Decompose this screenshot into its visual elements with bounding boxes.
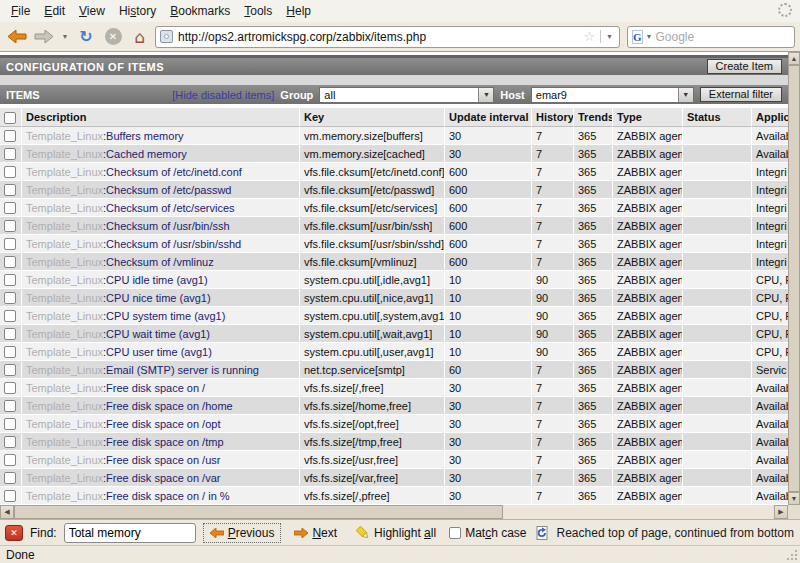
- item-name-link[interactable]: :CPU system time (avg1): [103, 310, 225, 322]
- item-status-link[interactable]: [683, 235, 752, 253]
- external-filter-button[interactable]: External filter: [700, 87, 782, 102]
- menu-history[interactable]: History: [112, 1, 163, 21]
- row-checkbox[interactable]: [4, 454, 16, 466]
- scroll-up-icon[interactable]: ▲: [788, 52, 800, 65]
- menu-tools[interactable]: Tools: [237, 1, 279, 21]
- item-name-link[interactable]: :Checksum of /usr/sbin/sshd: [103, 238, 241, 250]
- item-status-link[interactable]: [683, 361, 752, 379]
- template-prefix-link[interactable]: Template_Linux: [26, 148, 103, 160]
- row-checkbox[interactable]: [4, 256, 16, 268]
- row-checkbox[interactable]: [4, 166, 16, 178]
- row-checkbox[interactable]: [4, 238, 16, 250]
- template-prefix-link[interactable]: Template_Linux: [26, 256, 103, 268]
- item-status-link[interactable]: [683, 469, 752, 487]
- engine-dropdown-icon[interactable]: ▼: [646, 33, 653, 40]
- item-status-link[interactable]: [683, 271, 752, 289]
- item-status-link[interactable]: [683, 289, 752, 307]
- item-name-link[interactable]: :Free disk space on /: [103, 382, 205, 394]
- match-case-option[interactable]: Match case: [449, 526, 526, 540]
- item-status-link[interactable]: [683, 415, 752, 433]
- item-name-link[interactable]: :Checksum of /etc/passwd: [103, 184, 231, 196]
- row-checkbox[interactable]: [4, 130, 16, 142]
- item-name-link[interactable]: :Free disk space on /usr: [103, 454, 220, 466]
- menu-help[interactable]: Help: [279, 1, 318, 21]
- scroll-down-icon[interactable]: ▼: [788, 492, 800, 505]
- item-status-link[interactable]: [683, 325, 752, 343]
- item-name-link[interactable]: :Checksum of /etc/services: [103, 202, 234, 214]
- template-prefix-link[interactable]: Template_Linux: [26, 238, 103, 250]
- search-input[interactable]: [656, 30, 800, 44]
- item-status-link[interactable]: [683, 145, 752, 163]
- row-checkbox[interactable]: [4, 184, 16, 196]
- row-checkbox[interactable]: [4, 292, 16, 304]
- template-prefix-link[interactable]: Template_Linux: [26, 400, 103, 412]
- row-checkbox[interactable]: [4, 310, 16, 322]
- row-checkbox[interactable]: [4, 472, 16, 484]
- scroll-left-icon[interactable]: ◀: [0, 505, 14, 519]
- url-input[interactable]: [178, 30, 578, 44]
- highlight-all-button[interactable]: Highlight all: [350, 524, 442, 542]
- row-checkbox[interactable]: [4, 328, 16, 340]
- template-prefix-link[interactable]: Template_Linux: [26, 364, 103, 376]
- item-name-link[interactable]: :CPU wait time (avg1): [103, 328, 210, 340]
- item-status-link[interactable]: [683, 397, 752, 415]
- item-status-link[interactable]: [683, 127, 752, 145]
- template-prefix-link[interactable]: Template_Linux: [26, 346, 103, 358]
- template-prefix-link[interactable]: Template_Linux: [26, 274, 103, 286]
- match-case-checkbox[interactable]: [449, 527, 461, 539]
- item-name-link[interactable]: :CPU idle time (avg1): [103, 274, 208, 286]
- row-checkbox[interactable]: [4, 202, 16, 214]
- item-name-link[interactable]: :Free disk space on /opt: [103, 418, 220, 430]
- item-status-link[interactable]: [683, 379, 752, 397]
- menu-file[interactable]: File: [4, 1, 37, 21]
- url-dropdown-icon[interactable]: ▼: [600, 30, 615, 43]
- template-prefix-link[interactable]: Template_Linux: [26, 184, 103, 196]
- item-status-link[interactable]: [683, 487, 752, 505]
- hide-disabled-items-link[interactable]: [Hide disabled items]: [172, 89, 274, 101]
- row-checkbox[interactable]: [4, 148, 16, 160]
- template-prefix-link[interactable]: Template_Linux: [26, 166, 103, 178]
- menu-view[interactable]: View: [72, 1, 112, 21]
- menu-bookmarks[interactable]: Bookmarks: [163, 1, 237, 21]
- create-item-button[interactable]: Create Item: [707, 59, 782, 74]
- item-name-link[interactable]: :CPU nice time (avg1): [103, 292, 211, 304]
- item-name-link[interactable]: :Checksum of /vmlinuz: [103, 256, 214, 268]
- template-prefix-link[interactable]: Template_Linux: [26, 130, 103, 142]
- search-bar[interactable]: G ▼: [627, 26, 795, 48]
- home-button[interactable]: ⌂: [128, 25, 152, 49]
- template-prefix-link[interactable]: Template_Linux: [26, 382, 103, 394]
- template-prefix-link[interactable]: Template_Linux: [26, 202, 103, 214]
- template-prefix-link[interactable]: Template_Linux: [26, 310, 103, 322]
- template-prefix-link[interactable]: Template_Linux: [26, 418, 103, 430]
- row-checkbox[interactable]: [4, 490, 16, 502]
- vertical-scrollbar[interactable]: ▲ ▼: [788, 52, 800, 505]
- item-name-link[interactable]: :CPU user time (avg1): [103, 346, 212, 358]
- template-prefix-link[interactable]: Template_Linux: [26, 472, 103, 484]
- horizontal-scrollbar[interactable]: ◀ ▶: [0, 505, 788, 519]
- item-status-link[interactable]: [683, 181, 752, 199]
- item-status-link[interactable]: [683, 199, 752, 217]
- row-checkbox[interactable]: [4, 400, 16, 412]
- host-select-arrow-icon[interactable]: ▼: [678, 88, 693, 102]
- row-checkbox[interactable]: [4, 220, 16, 232]
- vertical-scrollbar-thumb[interactable]: [788, 65, 800, 492]
- item-status-link[interactable]: [683, 451, 752, 469]
- history-dropdown-icon[interactable]: ▼: [59, 25, 71, 49]
- item-name-link[interactable]: :Checksum of /etc/inetd.conf: [103, 166, 242, 178]
- item-status-link[interactable]: [683, 253, 752, 271]
- horizontal-scrollbar-thumb[interactable]: [14, 505, 503, 519]
- item-name-link[interactable]: :Free disk space on /home: [103, 400, 233, 412]
- group-select[interactable]: all ▼: [319, 87, 494, 103]
- row-checkbox[interactable]: [4, 274, 16, 286]
- item-status-link[interactable]: [683, 163, 752, 181]
- row-checkbox[interactable]: [4, 346, 16, 358]
- template-prefix-link[interactable]: Template_Linux: [26, 436, 103, 448]
- menu-edit[interactable]: Edit: [37, 1, 72, 21]
- resize-grip[interactable]: [785, 548, 798, 561]
- host-select[interactable]: emar9 ▼: [531, 87, 694, 103]
- group-select-arrow-icon[interactable]: ▼: [478, 88, 493, 102]
- select-all-checkbox[interactable]: [4, 112, 16, 124]
- item-status-link[interactable]: [683, 217, 752, 235]
- item-status-link[interactable]: [683, 307, 752, 325]
- find-input[interactable]: [64, 523, 196, 543]
